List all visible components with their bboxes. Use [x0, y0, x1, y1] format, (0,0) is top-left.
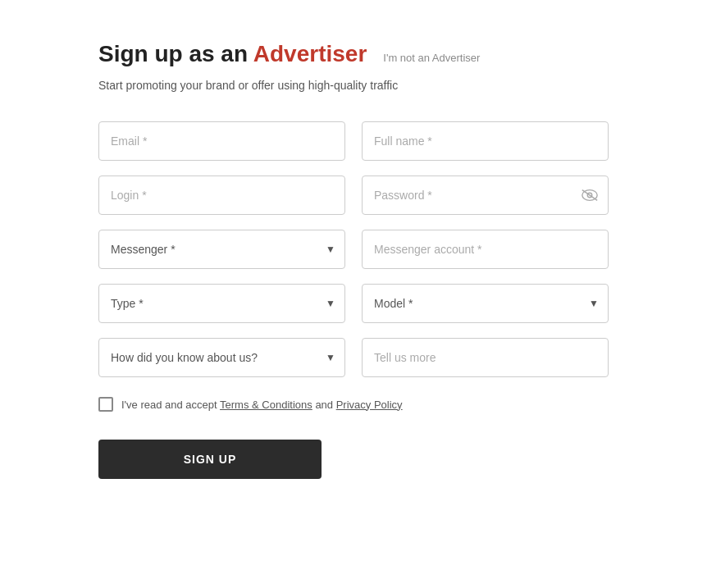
subtitle: Start promoting your brand or offer usin…	[98, 79, 609, 92]
terms-row: I've read and accept Terms & Conditions …	[98, 397, 609, 412]
login-field-wrapper	[98, 175, 345, 215]
row-type-model: Type * Type 1 Type 2 ▼ Model * Model 1 M…	[98, 284, 609, 323]
submit-row: SIGN UP	[98, 426, 609, 479]
email-field-wrapper	[98, 121, 345, 161]
model-select-wrapper: Model * Model 1 Model 2 ▼	[362, 284, 609, 323]
terms-label: I've read and accept Terms & Conditions …	[121, 399, 403, 411]
page-container: Sign up as an Advertiser I'm not an Adve…	[0, 0, 707, 528]
how-field-wrapper: How did you know about us? Google Social…	[98, 338, 345, 377]
type-field-wrapper: Type * Type 1 Type 2 ▼	[98, 284, 345, 323]
how-select-wrapper: How did you know about us? Google Social…	[98, 338, 345, 377]
fullname-input[interactable]	[362, 121, 609, 161]
model-field-wrapper: Model * Model 1 Model 2 ▼	[362, 284, 609, 323]
messenger-account-field-wrapper	[362, 230, 609, 269]
not-advertiser-link[interactable]: I'm not an Advertiser	[383, 52, 480, 64]
header-row: Sign up as an Advertiser I'm not an Adve…	[98, 41, 609, 67]
messenger-select[interactable]: Messenger * Telegram WhatsApp Skype	[98, 230, 345, 269]
password-input[interactable]	[362, 175, 609, 215]
login-input[interactable]	[98, 175, 345, 215]
password-wrapper	[362, 175, 609, 215]
page-title: Sign up as an Advertiser	[98, 41, 367, 67]
model-select[interactable]: Model * Model 1 Model 2	[362, 284, 609, 323]
tell-more-field-wrapper	[362, 338, 609, 377]
row-login-password	[98, 175, 609, 215]
messenger-account-input[interactable]	[362, 230, 609, 269]
fullname-field-wrapper	[362, 121, 609, 161]
signup-form: Messenger * Telegram WhatsApp Skype ▼ Ty…	[98, 121, 609, 479]
row-email-fullname	[98, 121, 609, 161]
toggle-password-icon[interactable]	[581, 189, 599, 202]
terms-conditions-link[interactable]: Terms & Conditions	[220, 399, 312, 411]
row-howknow-tellmore: How did you know about us? Google Social…	[98, 338, 609, 377]
how-select[interactable]: How did you know about us? Google Social…	[98, 338, 345, 377]
password-field-wrapper	[362, 175, 609, 215]
type-select[interactable]: Type * Type 1 Type 2	[98, 284, 345, 323]
messenger-field-wrapper: Messenger * Telegram WhatsApp Skype ▼	[98, 230, 345, 269]
privacy-policy-link[interactable]: Privacy Policy	[336, 399, 403, 411]
tell-more-input[interactable]	[362, 338, 609, 377]
email-input[interactable]	[98, 121, 345, 161]
messenger-select-wrapper: Messenger * Telegram WhatsApp Skype ▼	[98, 230, 345, 269]
type-select-wrapper: Type * Type 1 Type 2 ▼	[98, 284, 345, 323]
signup-button[interactable]: SIGN UP	[98, 440, 322, 479]
row-messenger: Messenger * Telegram WhatsApp Skype ▼	[98, 230, 609, 269]
terms-checkbox[interactable]	[98, 397, 113, 412]
